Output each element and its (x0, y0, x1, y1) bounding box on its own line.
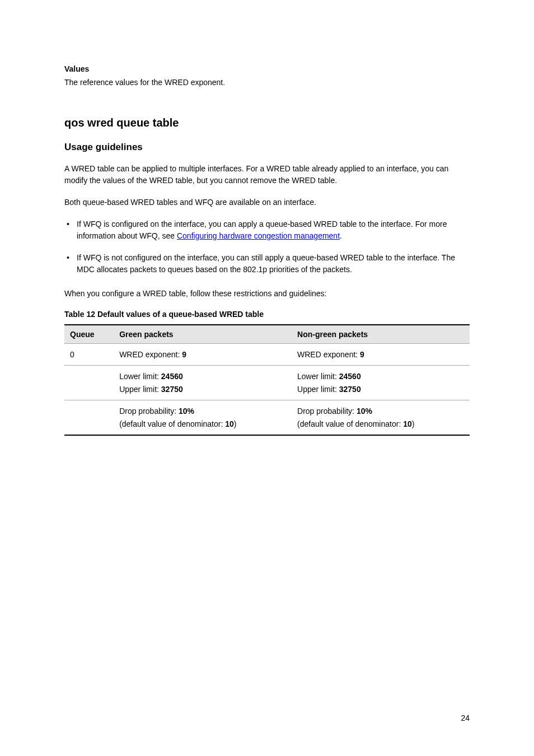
cell-queue-empty (64, 366, 114, 400)
usage-para-3: When you configure a WRED table, follow … (64, 288, 470, 300)
col-header-queue: Queue (64, 325, 114, 344)
usage-bullet-1: If WFQ is configured on the interface, y… (77, 218, 470, 242)
cell-queue-0: 0 (64, 344, 114, 366)
page-number: 24 (461, 713, 470, 722)
section-heading: qos wred queue table (64, 116, 470, 129)
col-header-nongreen: Non-green packets (292, 325, 470, 344)
wfq-link[interactable]: Configuring hardware congestion manageme… (177, 231, 340, 240)
cell-nongreen-exp: WRED exponent: 9 (292, 344, 470, 366)
cell-green-limits: Lower limit: 24560Upper limit: 32750 (114, 366, 292, 400)
table-header-row: Queue Green packets Non-green packets (64, 325, 470, 344)
cell-green-exp: WRED exponent: 9 (114, 344, 292, 366)
usage-para-2: Both queue-based WRED tables and WFQ are… (64, 197, 470, 208)
values-text: The reference values for the WRED expone… (64, 77, 470, 88)
table-row: 0 WRED exponent: 9 WRED exponent: 9 (64, 344, 470, 366)
values-block: Values The reference values for the WRED… (64, 64, 470, 88)
table-row: Lower limit: 24560Upper limit: 32750 Low… (64, 366, 470, 400)
values-title: Values (64, 64, 470, 73)
usage-bullet-list: If WFQ is configured on the interface, y… (64, 218, 470, 276)
bullet-1-suffix: . (340, 231, 342, 240)
usage-guidelines-heading: Usage guidelines (64, 142, 470, 153)
cell-queue-empty2 (64, 400, 114, 435)
usage-para-1: A WRED table can be applied to multiple … (64, 163, 470, 186)
cell-green-drop: Drop probability: 10%(default value of d… (114, 400, 292, 435)
usage-bullet-2: If WFQ is not configured on the interfac… (77, 252, 470, 276)
table-caption: Table 12 Default values of a queue-based… (64, 310, 470, 319)
table-row: Drop probability: 10%(default value of d… (64, 400, 470, 435)
cell-nongreen-limits: Lower limit: 24560Upper limit: 32750 (292, 366, 470, 400)
cell-nongreen-drop: Drop probability: 10%(default value of d… (292, 400, 470, 435)
wred-default-table: Queue Green packets Non-green packets 0 … (64, 324, 470, 436)
col-header-green: Green packets (114, 325, 292, 344)
